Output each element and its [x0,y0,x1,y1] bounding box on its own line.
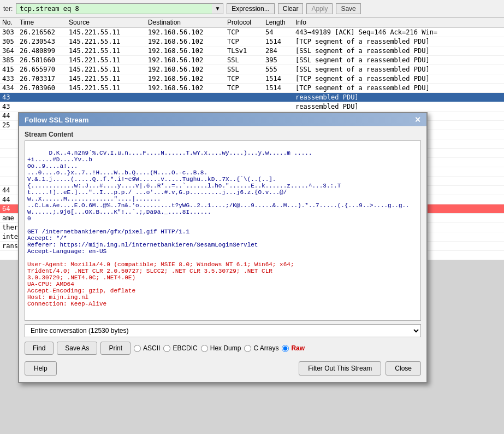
cell-info: reassembled PDU] [295,103,502,110]
dialog-close-icon[interactable]: ✕ [414,115,421,124]
cell-time [20,103,69,110]
cell-len: 1514 [265,38,295,45]
ascii-label: ASCII [143,344,160,352]
stream-text-area[interactable]: D.K..4.n2n9`%.Cv.I.u.n....F....N......T.… [25,140,421,321]
c-arrays-radio[interactable] [244,345,251,352]
cell-source: 145.221.55.11 [69,47,148,55]
conversation-select[interactable]: Entire conversation (12530 bytes) [25,324,421,337]
cell-no [2,159,20,166]
find-button[interactable]: Find [25,342,54,355]
cell-no: 43 [2,93,20,101]
hex-dump-label: Hex Dump [210,344,241,352]
cell-no: 44 [2,196,20,203]
filter-input[interactable] [16,3,212,14]
cell-len: 1514 [265,84,295,92]
apply-button[interactable]: Apply [306,3,333,14]
hex-dump-radio[interactable] [201,345,208,352]
buttons-row: Find Save As Print ASCII EBCDIC Hex Dump… [25,342,421,355]
cell-no [2,149,20,157]
dialog-title-bar: Follow SSL Stream ✕ [19,113,426,126]
print-button[interactable]: Print [100,342,131,355]
col-header-time: Time [20,19,69,26]
cell-source: 145.221.55.11 [69,66,148,73]
cell-proto: TCP [227,38,265,45]
cell-source: 145.221.55.11 [69,75,148,83]
cell-info: [SSL segment of a reassembled PDU] [295,47,502,55]
cell-time: 26.655970 [20,66,69,73]
cell-no [2,140,20,148]
stream-blue-text: D.K..4.n2n9`%.Cv.I.u.n....F....N......T.… [27,150,410,255]
table-row[interactable]: 303 26.216562 145.221.55.11 192.168.56.1… [0,28,504,37]
cell-no: interr [2,233,20,241]
cell-no: therr [2,224,20,231]
table-row[interactable]: 415 26.655970 145.221.55.11 192.168.56.1… [0,65,504,74]
cell-dest: 192.168.56.102 [148,66,227,73]
cell-proto: TLSv1 [227,47,265,55]
cell-proto: SSL [227,56,265,64]
table-row[interactable]: 364 26.480899 145.221.55.11 192.168.56.1… [0,46,504,56]
close-button[interactable]: Close [386,361,421,376]
help-button[interactable]: Help [25,361,57,376]
cell-dest [148,93,227,101]
save-as-button[interactable]: Save As [57,342,97,355]
table-row[interactable]: 433 26.703317 145.221.55.11 192.168.56.1… [0,74,504,84]
cell-info: [TCP segment of a reassembled PDU] [295,38,502,45]
c-arrays-radio-label: C Arrays [244,344,278,352]
table-header: No. Time Source Destination Protocol Len… [0,17,504,28]
cell-info: [SSL segment of a reassembled PDU] [295,66,502,73]
table-row[interactable]: 305 26.230543 145.221.55.11 192.168.56.1… [0,37,504,46]
cell-no: 434 [2,84,20,92]
cell-len: 395 [265,56,295,64]
cell-proto: SSL [227,66,265,73]
cell-no [2,251,20,259]
cell-no: 44 [2,112,20,120]
cell-time: 26.230543 [20,38,69,45]
cell-proto: TCP [227,75,265,83]
raw-radio-label: Raw [282,344,305,352]
table-row[interactable]: 43 reassembled PDU] [0,102,504,112]
cell-no: 305 [2,38,20,45]
cell-no: 303 [2,28,20,36]
ebcdic-label: EBCDIC [173,344,197,352]
bottom-right-buttons: Filter Out This Stream Close [299,361,421,376]
c-arrays-label: C Arrays [253,344,278,352]
raw-radio[interactable] [282,345,289,352]
cell-no: 385 [2,56,20,64]
ebcdic-radio[interactable] [163,345,170,352]
expression-button[interactable]: Expression... [227,3,274,14]
cell-len: 555 [265,66,295,73]
cell-dest: 192.168.56.102 [148,28,227,36]
stream-content-label: Stream Content [25,131,421,138]
filter-bar: ter: ▼ Expression... Clear Apply Save [0,0,504,17]
cell-no: 433 [2,75,20,83]
cell-no: 364 [2,47,20,55]
cell-proto [227,103,265,110]
cell-source: 145.221.55.11 [69,84,148,92]
cell-time [20,93,69,101]
cell-len [265,93,295,101]
cell-no: 64 [2,205,20,213]
filter-input-wrapper: ▼ [16,3,223,14]
cell-source: 145.221.55.11 [69,38,148,45]
cell-no: 415 [2,66,20,73]
raw-label: Raw [291,344,305,352]
table-row[interactable]: 385 26.581660 145.221.55.11 192.168.56.1… [0,56,504,65]
col-header-no: No. [2,19,20,26]
cell-dest: 192.168.56.102 [148,75,227,83]
cell-len: 54 [265,28,295,36]
cell-dest: 192.168.56.102 [148,47,227,55]
cell-no: ame [2,214,20,222]
table-row[interactable]: 434 26.703960 145.221.55.11 192.168.56.1… [0,84,504,93]
save-button[interactable]: Save [336,3,360,14]
ascii-radio[interactable] [134,345,141,352]
col-header-len: Length [265,19,295,26]
filter-out-button[interactable]: Filter Out This Stream [299,361,381,376]
table-row[interactable]: 43 reassembled PDU] [0,93,504,102]
cell-source: 145.221.55.11 [69,56,148,64]
cell-source [69,93,148,101]
ssl-dialog: Follow SSL Stream ✕ Stream Content D.K..… [18,112,428,383]
clear-button[interactable]: Clear [278,3,304,14]
filter-dropdown-btn[interactable]: ▼ [212,3,223,14]
col-header-dest: Destination [148,19,227,26]
cell-no: 44 [2,186,20,194]
